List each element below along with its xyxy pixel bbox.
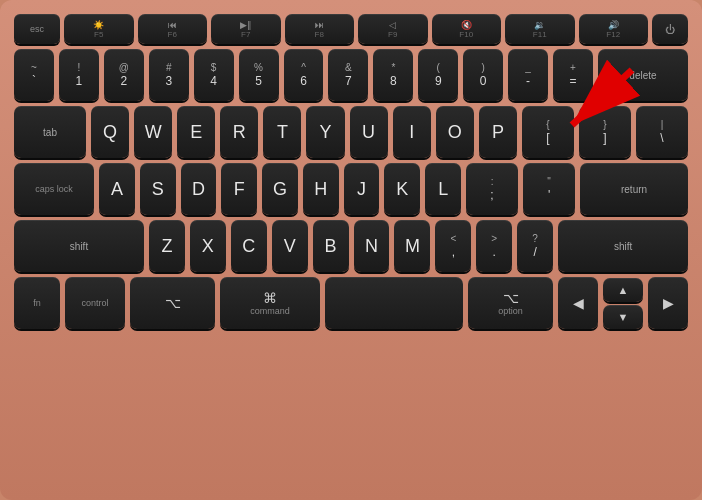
2-key[interactable]: @ 2 <box>104 49 144 101</box>
left-option-key[interactable]: ⌥ <box>130 277 215 329</box>
9-key[interactable]: ( 9 <box>418 49 458 101</box>
esc-key[interactable]: esc <box>14 14 60 44</box>
right-shift-key[interactable]: shift <box>558 220 688 272</box>
delete-key[interactable]: delete <box>598 49 688 101</box>
z-key[interactable]: Z <box>149 220 185 272</box>
u-key[interactable]: U <box>350 106 388 158</box>
home-row: caps lock A S D F G H J K L : ; " ' retu… <box>14 163 688 215</box>
semicolon-key[interactable]: : ; <box>466 163 518 215</box>
esc-label: esc <box>30 24 44 34</box>
f5-icon: ☀️ <box>93 20 104 30</box>
right-option-key[interactable]: ⌥ option <box>468 277 553 329</box>
minus-key[interactable]: _ - <box>508 49 548 101</box>
f11-label: F11 <box>533 30 547 39</box>
left-shift-key[interactable]: shift <box>14 220 144 272</box>
backslash-key[interactable]: | \ <box>636 106 688 158</box>
v-key[interactable]: V <box>272 220 308 272</box>
6-key[interactable]: ^ 6 <box>284 49 324 101</box>
x-key[interactable]: X <box>190 220 226 272</box>
f9-icon: ◁ <box>389 20 396 30</box>
f7-key[interactable]: ▶‖ F7 <box>211 14 281 44</box>
0-key[interactable]: ) 0 <box>463 49 503 101</box>
tab-key[interactable]: tab <box>14 106 86 158</box>
a-key[interactable]: A <box>99 163 135 215</box>
i-key[interactable]: I <box>393 106 431 158</box>
fn-row: esc ☀️ F5 ⏮ F6 ▶‖ F7 ⏭ F8 ◁ F9 🔇 F10 🔉 F… <box>14 14 688 44</box>
command-label: command <box>250 306 290 316</box>
left-arrow-key[interactable]: ◀ <box>558 277 598 329</box>
5-key[interactable]: % 5 <box>239 49 279 101</box>
f9-key[interactable]: ◁ F9 <box>358 14 428 44</box>
f8-label: F8 <box>315 30 324 39</box>
t-key[interactable]: T <box>263 106 301 158</box>
7-key[interactable]: & 7 <box>328 49 368 101</box>
control-label: control <box>81 298 108 308</box>
right-shift-label: shift <box>614 241 632 252</box>
4-key[interactable]: $ 4 <box>194 49 234 101</box>
right-arrow-key[interactable]: ▶ <box>648 277 688 329</box>
f6-key[interactable]: ⏮ F6 <box>138 14 208 44</box>
power-key[interactable]: ⏻ <box>652 14 688 44</box>
up-arrow-key[interactable]: ▲ <box>603 278 643 302</box>
period-key[interactable]: > . <box>476 220 512 272</box>
top-letter-row: tab Q W E R T Y U I O P { [ } ] | \ <box>14 106 688 158</box>
f5-key[interactable]: ☀️ F5 <box>64 14 134 44</box>
f8-icon: ⏭ <box>315 20 324 30</box>
return-key[interactable]: return <box>580 163 688 215</box>
f10-icon: 🔇 <box>461 20 472 30</box>
command-key[interactable]: ⌘ command <box>220 277 320 329</box>
f12-icon: 🔊 <box>608 20 619 30</box>
f7-label: F7 <box>241 30 250 39</box>
right-bracket-key[interactable]: } ] <box>579 106 631 158</box>
spacebar-key[interactable] <box>325 277 463 329</box>
8-key[interactable]: * 8 <box>373 49 413 101</box>
slash-key[interactable]: ? / <box>517 220 553 272</box>
f10-key[interactable]: 🔇 F10 <box>432 14 502 44</box>
shift-label: shift <box>70 241 88 252</box>
3-key[interactable]: # 3 <box>149 49 189 101</box>
s-key[interactable]: S <box>140 163 176 215</box>
f12-label: F12 <box>606 30 620 39</box>
down-arrow-key[interactable]: ▼ <box>603 305 643 329</box>
backtick-key[interactable]: ~ ` <box>14 49 54 101</box>
g-key[interactable]: G <box>262 163 298 215</box>
left-bracket-key[interactable]: { [ <box>522 106 574 158</box>
w-key[interactable]: W <box>134 106 172 158</box>
d-key[interactable]: D <box>181 163 217 215</box>
fn-key[interactable]: fn <box>14 277 60 329</box>
f6-icon: ⏮ <box>168 20 177 30</box>
equals-key[interactable]: + = <box>553 49 593 101</box>
control-key[interactable]: control <box>65 277 125 329</box>
c-key[interactable]: C <box>231 220 267 272</box>
f10-label: F10 <box>459 30 473 39</box>
y-key[interactable]: Y <box>306 106 344 158</box>
n-key[interactable]: N <box>354 220 390 272</box>
f6-label: F6 <box>168 30 177 39</box>
b-key[interactable]: B <box>313 220 349 272</box>
delete-label: delete <box>629 70 656 81</box>
e-key[interactable]: E <box>177 106 215 158</box>
quote-key[interactable]: " ' <box>523 163 575 215</box>
l-key[interactable]: L <box>425 163 461 215</box>
f11-key[interactable]: 🔉 F11 <box>505 14 575 44</box>
m-key[interactable]: M <box>394 220 430 272</box>
caps-lock-key[interactable]: caps lock <box>14 163 94 215</box>
number-row: ~ ` ! 1 @ 2 # 3 $ 4 <box>14 49 688 101</box>
j-key[interactable]: J <box>344 163 380 215</box>
f12-key[interactable]: 🔊 F12 <box>579 14 649 44</box>
f11-icon: 🔉 <box>534 20 545 30</box>
power-icon: ⏻ <box>665 24 675 35</box>
o-key[interactable]: O <box>436 106 474 158</box>
tab-label: tab <box>43 127 57 138</box>
q-key[interactable]: Q <box>91 106 129 158</box>
h-key[interactable]: H <box>303 163 339 215</box>
k-key[interactable]: K <box>384 163 420 215</box>
f8-key[interactable]: ⏭ F8 <box>285 14 355 44</box>
comma-key[interactable]: < , <box>435 220 471 272</box>
p-key[interactable]: P <box>479 106 517 158</box>
fn-label: fn <box>33 298 41 308</box>
keyboard: esc ☀️ F5 ⏮ F6 ▶‖ F7 ⏭ F8 ◁ F9 🔇 F10 🔉 F… <box>0 0 702 500</box>
r-key[interactable]: R <box>220 106 258 158</box>
f-key[interactable]: F <box>221 163 257 215</box>
1-key[interactable]: ! 1 <box>59 49 99 101</box>
